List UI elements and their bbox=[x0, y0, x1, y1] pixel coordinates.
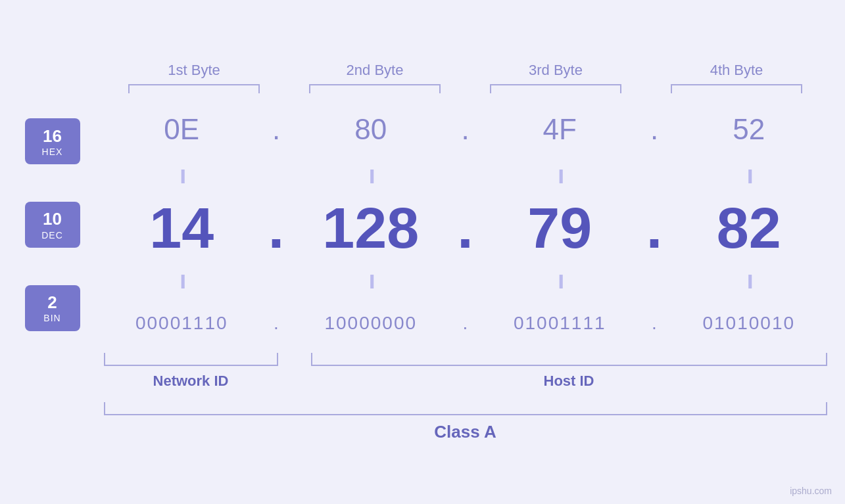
bin-value-1: 00001110 bbox=[135, 313, 228, 334]
class-label-row: Class A bbox=[18, 422, 827, 442]
hex-dot-1: . bbox=[260, 113, 293, 146]
bin-byte-3-cell: 01001111 bbox=[482, 313, 639, 334]
hex-byte-1-cell: 0E bbox=[104, 113, 260, 146]
hex-byte-4-cell: 52 bbox=[671, 113, 827, 146]
dec-dot-3: . bbox=[638, 195, 671, 262]
equals-cell-5: || bbox=[104, 272, 260, 289]
equals-cell-1: || bbox=[104, 167, 260, 184]
bin-value-2: 10000000 bbox=[324, 313, 417, 334]
hex-row: 0E . 80 . 4F . 52 bbox=[104, 100, 827, 159]
hex-byte-2-cell: 80 bbox=[293, 113, 449, 146]
equals-5: || bbox=[180, 272, 183, 289]
equals-3: || bbox=[558, 167, 561, 184]
dec-byte-2-cell: 128 bbox=[293, 195, 449, 262]
equals-row-dec-bin: || || || || bbox=[104, 264, 827, 297]
byte-label-1: 1st Byte bbox=[104, 62, 285, 84]
hex-base-text: HEX bbox=[42, 147, 63, 157]
bin-badge: 2 BIN bbox=[25, 285, 80, 331]
byte-label-4: 4th Byte bbox=[646, 62, 827, 84]
dec-byte-3-cell: 79 bbox=[482, 195, 639, 262]
network-host-section: Network ID Host ID bbox=[104, 353, 827, 392]
class-section: Class A bbox=[18, 402, 827, 442]
hex-dot-2: . bbox=[449, 113, 482, 146]
dec-byte-4-cell: 82 bbox=[671, 195, 827, 262]
equals-cell-6: || bbox=[293, 272, 449, 289]
byte-label-2: 2nd Byte bbox=[285, 62, 466, 84]
dec-byte-1-cell: 14 bbox=[104, 195, 260, 262]
bin-value-4: 01010010 bbox=[702, 313, 795, 334]
hex-value-1: 0E bbox=[164, 113, 199, 146]
byte-label-3: 3rd Byte bbox=[466, 62, 646, 84]
hex-badge: 16 HEX bbox=[25, 118, 80, 164]
equals-4: || bbox=[748, 167, 750, 184]
dec-value-2: 128 bbox=[322, 195, 419, 262]
equals-1: || bbox=[180, 167, 183, 184]
host-bracket bbox=[311, 353, 827, 366]
bottom-section: Network ID Host ID bbox=[18, 353, 827, 392]
bin-byte-2-cell: 10000000 bbox=[293, 313, 449, 334]
rows-container: 0E . 80 . 4F . 52 bbox=[104, 100, 827, 350]
main-container: 1st Byte 2nd Byte 3rd Byte 4th Byte 16 H… bbox=[0, 0, 845, 504]
top-brackets-row bbox=[104, 84, 827, 93]
top-bracket-3 bbox=[490, 84, 621, 93]
dec-value-4: 82 bbox=[717, 195, 781, 262]
bottom-brackets bbox=[104, 353, 827, 366]
top-bracket-cell-4 bbox=[646, 84, 827, 93]
bin-dot-3: . bbox=[638, 313, 671, 334]
dec-value-1: 14 bbox=[149, 195, 214, 262]
bin-base-text: BIN bbox=[43, 313, 60, 323]
bin-dot-2: . bbox=[449, 313, 482, 334]
top-bracket-cell-2 bbox=[285, 84, 466, 93]
equals-cell-7: || bbox=[482, 272, 639, 289]
dec-value-3: 79 bbox=[527, 195, 592, 262]
bin-byte-1-cell: 00001110 bbox=[104, 313, 260, 334]
equals-cell-3: || bbox=[482, 167, 639, 184]
hex-value-3: 4F bbox=[543, 113, 577, 146]
network-host-labels: Network ID Host ID bbox=[104, 373, 827, 392]
hex-base-num: 16 bbox=[43, 126, 62, 147]
top-bracket-4 bbox=[671, 84, 802, 93]
bin-value-3: 01001111 bbox=[514, 313, 606, 334]
class-a-label: Class A bbox=[104, 422, 827, 442]
hex-dot-3: . bbox=[638, 113, 671, 146]
equals-2: || bbox=[370, 167, 372, 184]
equals-row-hex-dec: || || || || bbox=[104, 159, 827, 192]
equals-cell-4: || bbox=[671, 167, 827, 184]
host-id-label: Host ID bbox=[311, 373, 827, 392]
hex-byte-3-cell: 4F bbox=[482, 113, 639, 146]
watermark: ipshu.com bbox=[790, 486, 832, 496]
bin-base-num: 2 bbox=[47, 292, 57, 313]
top-bracket-1 bbox=[128, 84, 260, 93]
top-bracket-2 bbox=[309, 84, 441, 93]
base-labels-column: 16 HEX 10 DEC 2 BIN bbox=[18, 100, 104, 350]
dec-dot-1: . bbox=[260, 195, 293, 262]
content-area: 16 HEX 10 DEC 2 BIN 0E . bbox=[18, 100, 827, 350]
equals-8: || bbox=[748, 272, 750, 289]
bin-byte-4-cell: 01010010 bbox=[671, 313, 827, 334]
network-id-label: Network ID bbox=[104, 373, 278, 392]
bin-dot-1: . bbox=[260, 313, 293, 334]
dec-base-num: 10 bbox=[43, 209, 62, 229]
network-bracket bbox=[104, 353, 278, 366]
equals-cell-8: || bbox=[671, 272, 827, 289]
dec-dot-2: . bbox=[449, 195, 482, 262]
hex-value-2: 80 bbox=[354, 113, 387, 146]
byte-labels-row: 1st Byte 2nd Byte 3rd Byte 4th Byte bbox=[104, 62, 827, 84]
equals-6: || bbox=[370, 272, 372, 289]
top-bracket-cell-1 bbox=[104, 84, 285, 93]
equals-7: || bbox=[558, 272, 561, 289]
dec-badge: 10 DEC bbox=[25, 202, 80, 248]
dec-row: 14 . 128 . 79 . 82 bbox=[104, 192, 827, 264]
class-bracket bbox=[104, 402, 827, 415]
equals-cell-2: || bbox=[293, 167, 449, 184]
bin-row: 00001110 . 10000000 . 01001111 . bbox=[104, 297, 827, 350]
hex-value-4: 52 bbox=[733, 113, 765, 146]
dec-base-text: DEC bbox=[41, 230, 63, 241]
class-bracket-row bbox=[18, 402, 827, 415]
top-bracket-cell-3 bbox=[466, 84, 646, 93]
